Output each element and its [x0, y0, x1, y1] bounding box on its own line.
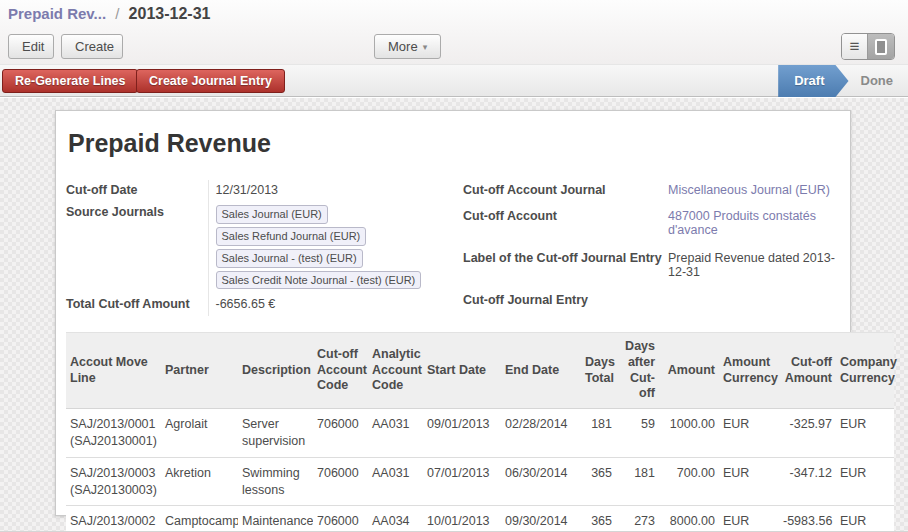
breadcrumb: Prepaid Rev... / 2013-12-31: [8, 5, 210, 23]
cell-amount: 700.00: [659, 457, 719, 506]
list-view-button[interactable]: ≡: [842, 34, 868, 59]
field-cutoff-account-journal: Cut-off Account Journal Miscellaneous Jo…: [463, 180, 846, 206]
cell-company-currency: EUR: [836, 457, 894, 506]
cutoff-lines-table: Accout Move Line Partner Description Cut…: [66, 332, 894, 532]
breadcrumb-separator: /: [115, 5, 119, 22]
cutoff-lines-table-wrap: Accout Move Line Partner Description Cut…: [66, 332, 894, 532]
status-draft-badge: Draft: [778, 65, 848, 97]
cell-cutoff-account-code: 706000: [313, 457, 368, 506]
source-journals-tags: Sales Journal (EUR) Sales Refund Journal…: [216, 205, 464, 289]
cell-cutoff-account-code: 706000: [313, 506, 368, 532]
table-row[interactable]: SAJ/2013/0001 (SAJ20130001) Agrolait Ser…: [66, 408, 894, 457]
field-cutoff-date: Cut-off Date 12/31/2013: [66, 180, 463, 202]
field-source-journals: Source Journals Sales Journal (EUR) Sale…: [66, 202, 463, 294]
cell-days-after-cutoff: 181: [616, 457, 659, 506]
form-view-icon: [875, 39, 887, 55]
main-content-area: Prepaid Revenue Cut-off Date 12/31/2013 …: [0, 98, 908, 531]
cell-days-after-cutoff: 59: [616, 408, 659, 457]
create-button[interactable]: Create: [61, 34, 123, 59]
col-amount: Amount: [659, 333, 719, 409]
cutoff-account-label: Cut-off Account: [463, 206, 668, 248]
col-amount-currency: Amount Currency: [719, 333, 779, 409]
form-group-right: Cut-off Account Journal Miscellaneous Jo…: [463, 180, 846, 316]
chevron-down-icon: ▾: [423, 42, 428, 52]
cell-cutoff-amount: -325.97: [779, 408, 836, 457]
cell-start-date: 09/01/2013: [423, 408, 501, 457]
statusbar: Draft Done: [778, 65, 908, 97]
cell-description: Swimming lessons: [238, 457, 313, 506]
cell-analytic-account-code: AA031: [368, 457, 423, 506]
field-cutoff-account: Cut-off Account 487000 Produits constaté…: [463, 206, 846, 248]
cell-cutoff-account-code: 706000: [313, 408, 368, 457]
cell-days-total: 365: [581, 506, 616, 532]
cell-amount-currency: EUR: [719, 408, 779, 457]
status-done-badge: Done: [849, 65, 908, 97]
field-cutoff-journal-entry: Cut-off Journal Entry: [463, 290, 846, 316]
cell-days-total: 181: [581, 408, 616, 457]
journal-tag: Sales Refund Journal (EUR): [216, 227, 367, 246]
action-status-bar: Re-Generate Lines Create Journal Entry D…: [0, 64, 908, 97]
journal-tag: Sales Journal (EUR): [216, 205, 328, 224]
col-account-move-line: Accout Move Line: [66, 333, 161, 409]
table-header-row: Accout Move Line Partner Description Cut…: [66, 333, 894, 409]
cell-partner: Camptocamp: [161, 506, 238, 532]
col-partner: Partner: [161, 333, 238, 409]
cell-move-line: SAJ/2013/0002 (SAJ20130002): [66, 506, 161, 532]
total-cutoff-amount-label: Total Cut-off Amount: [66, 294, 208, 316]
cell-move-line: SAJ/2013/0003 (SAJ20130003): [66, 457, 161, 506]
cell-partner: Akretion: [161, 457, 238, 506]
cell-amount: 8000.00: [659, 506, 719, 532]
col-cutoff-amount: Cut-off Amount: [779, 333, 836, 409]
table-row[interactable]: SAJ/2013/0003 (SAJ20130003) Akretion Swi…: [66, 457, 894, 506]
view-switcher: ≡: [841, 33, 895, 60]
app-window: Prepaid Rev... / 2013-12-31 Edit Create …: [0, 0, 908, 532]
cell-description: Maintenance contract: [238, 506, 313, 532]
cell-move-line: SAJ/2013/0001 (SAJ20130001): [66, 408, 161, 457]
cell-days-after-cutoff: 273: [616, 506, 659, 532]
journal-tag: Sales Journal - (test) (EUR): [216, 249, 363, 268]
cell-analytic-account-code: AA031: [368, 408, 423, 457]
cell-end-date: 02/28/2014: [501, 408, 581, 457]
field-label-cutoff-journal-entry: Label of the Cut-off Journal Entry Prepa…: [463, 248, 846, 290]
form-view-button[interactable]: [868, 34, 894, 59]
edit-button[interactable]: Edit: [8, 34, 54, 59]
col-analytic-account-code: Analytic Account Code: [368, 333, 423, 409]
cell-start-date: 07/01/2013: [423, 457, 501, 506]
col-start-date: Start Date: [423, 333, 501, 409]
cell-cutoff-amount: -5983.56: [779, 506, 836, 532]
label-cutoff-journal-entry-value: Prepaid Revenue dated 2013-12-31: [668, 248, 846, 290]
create-journal-entry-button[interactable]: Create Journal Entry: [136, 69, 285, 93]
cell-end-date: 09/30/2014: [501, 506, 581, 532]
label-cutoff-journal-entry-label: Label of the Cut-off Journal Entry: [463, 248, 668, 290]
table-row[interactable]: SAJ/2013/0002 (SAJ20130002) Camptocamp M…: [66, 506, 894, 532]
cell-partner: Agrolait: [161, 408, 238, 457]
cutoff-date-label: Cut-off Date: [66, 180, 208, 202]
cell-company-currency: EUR: [836, 408, 894, 457]
total-cutoff-amount-value: -6656.65 €: [208, 294, 463, 316]
list-view-icon: ≡: [850, 37, 860, 57]
regenerate-lines-button[interactable]: Re-Generate Lines: [2, 69, 138, 93]
more-button-label: More: [388, 39, 418, 54]
cutoff-account-journal-label: Cut-off Account Journal: [463, 180, 668, 206]
cutoff-journal-entry-label: Cut-off Journal Entry: [463, 290, 668, 316]
form-fields: Cut-off Date 12/31/2013 Source Journals …: [66, 180, 850, 316]
cutoff-account-journal-link[interactable]: Miscellaneous Journal (EUR): [668, 183, 830, 197]
top-bar: Prepaid Rev... / 2013-12-31 Edit Create …: [0, 0, 908, 64]
more-button[interactable]: More▾: [374, 34, 441, 59]
form-group-left: Cut-off Date 12/31/2013 Source Journals …: [66, 180, 463, 316]
cell-amount-currency: EUR: [719, 506, 779, 532]
cell-company-currency: EUR: [836, 506, 894, 532]
source-journals-label: Source Journals: [66, 202, 208, 294]
col-end-date: End Date: [501, 333, 581, 409]
cell-analytic-account-code: AA034: [368, 506, 423, 532]
cutoff-account-link[interactable]: 487000 Produits constatés d'avance: [668, 209, 816, 237]
cutoff-date-value: 12/31/2013: [208, 180, 463, 202]
page-title: Prepaid Revenue: [68, 129, 850, 158]
col-description: Description: [238, 333, 313, 409]
col-cutoff-account-code: Cut-off Account Code: [313, 333, 368, 409]
cell-days-total: 365: [581, 457, 616, 506]
breadcrumb-parent-link[interactable]: Prepaid Rev...: [8, 5, 106, 22]
field-total-cutoff-amount: Total Cut-off Amount -6656.65 €: [66, 294, 463, 316]
col-days-total: Days Total: [581, 333, 616, 409]
cell-end-date: 06/30/2014: [501, 457, 581, 506]
